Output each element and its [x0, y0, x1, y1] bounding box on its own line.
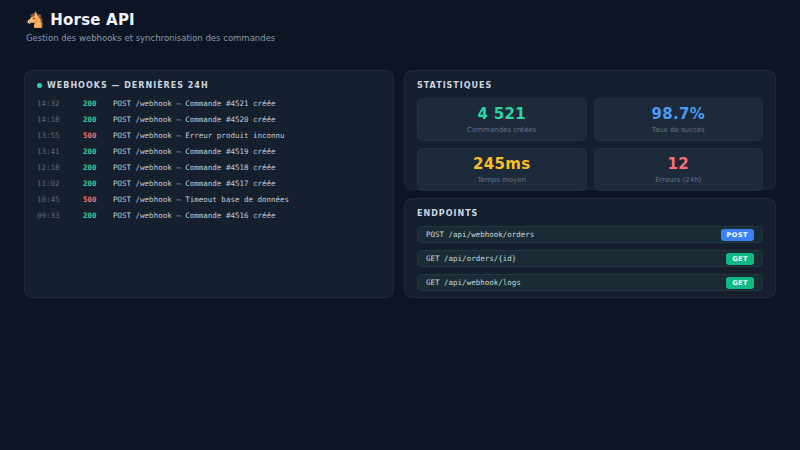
stat-label: Erreurs (24h)	[655, 176, 701, 184]
log-message: POST /webhook — Commande #4516 créée	[113, 211, 381, 220]
log-status-code: 200	[83, 211, 107, 220]
stats-grid: 4 521 Commandes créées 98.7% Taux de suc…	[417, 98, 763, 191]
app-title: 🐴 Horse API	[26, 11, 275, 29]
stat-card: 4 521 Commandes créées	[417, 98, 587, 141]
endpoint-row[interactable]: GET /api/webhook/logs GET	[417, 274, 763, 291]
app-subtitle: Gestion des webhooks et synchronisation …	[26, 33, 275, 43]
log-row: 13:55 500 POST /webhook — Erreur produit…	[37, 131, 381, 147]
endpoints-panel: ENDPOINTS POST /api/webhook/orders POST …	[404, 198, 776, 298]
stat-card: 12 Erreurs (24h)	[594, 148, 764, 191]
stat-card: 98.7% Taux de succès	[594, 98, 764, 141]
log-row: 14:18 200 POST /webhook — Commande #4520…	[37, 115, 381, 131]
stat-value: 4 521	[478, 105, 526, 123]
endpoint-path: GET /api/orders/{id}	[426, 254, 516, 263]
log-status-code: 200	[83, 163, 107, 172]
method-badge: POST	[721, 229, 754, 241]
endpoints-panel-title: ENDPOINTS	[417, 209, 763, 218]
log-time: 14:32	[37, 99, 77, 108]
webhook-log-list: 14:32 200 POST /webhook — Commande #4521…	[37, 99, 381, 227]
endpoint-path: GET /api/webhook/logs	[426, 278, 521, 287]
stat-label: Temps moyen	[477, 176, 526, 184]
statistics-panel-title: STATISTIQUES	[417, 81, 763, 90]
method-badge: GET	[726, 253, 754, 265]
method-badge: GET	[726, 277, 754, 289]
log-time: 11:02	[37, 179, 77, 188]
webhooks-panel: WEBHOOKS — DERNIÈRES 24H 14:32 200 POST …	[24, 70, 394, 298]
endpoint-path: POST /api/webhook/orders	[426, 230, 534, 239]
log-row: 11:02 200 POST /webhook — Commande #4517…	[37, 179, 381, 195]
log-time: 13:55	[37, 131, 77, 140]
log-message: POST /webhook — Commande #4517 créée	[113, 179, 381, 188]
stat-label: Taux de succès	[652, 126, 705, 134]
endpoint-row[interactable]: GET /api/orders/{id} GET	[417, 250, 763, 267]
log-status-code: 200	[83, 147, 107, 156]
log-message: POST /webhook — Erreur produit inconnu	[113, 131, 381, 140]
log-time: 10:45	[37, 195, 77, 204]
log-row: 10:45 500 POST /webhook — Timeout base d…	[37, 195, 381, 211]
log-status-code: 500	[83, 195, 107, 204]
log-status-code: 200	[83, 99, 107, 108]
status-dot-icon	[37, 83, 42, 88]
log-status-code: 500	[83, 131, 107, 140]
log-row: 13:41 200 POST /webhook — Commande #4519…	[37, 147, 381, 163]
log-status-code: 200	[83, 179, 107, 188]
log-time: 12:18	[37, 163, 77, 172]
log-row: 14:32 200 POST /webhook — Commande #4521…	[37, 99, 381, 115]
log-time: 14:18	[37, 115, 77, 124]
webhooks-panel-title: WEBHOOKS — DERNIÈRES 24H	[37, 81, 381, 90]
stat-value: 12	[668, 155, 689, 173]
stat-value: 245ms	[473, 155, 530, 173]
stat-value: 98.7%	[651, 105, 705, 123]
log-message: POST /webhook — Timeout base de données	[113, 195, 381, 204]
log-message: POST /webhook — Commande #4518 créée	[113, 163, 381, 172]
log-row: 12:18 200 POST /webhook — Commande #4518…	[37, 163, 381, 179]
log-message: POST /webhook — Commande #4520 créée	[113, 115, 381, 124]
statistics-panel: STATISTIQUES 4 521 Commandes créées 98.7…	[404, 70, 776, 190]
stat-card: 245ms Temps moyen	[417, 148, 587, 191]
log-message: POST /webhook — Commande #4519 créée	[113, 147, 381, 156]
webhooks-panel-title-label: WEBHOOKS — DERNIÈRES 24H	[47, 81, 209, 90]
stat-label: Commandes créées	[467, 126, 536, 134]
endpoint-list: POST /api/webhook/orders POST GET /api/o…	[417, 226, 763, 291]
log-message: POST /webhook — Commande #4521 créée	[113, 99, 381, 108]
endpoint-row[interactable]: POST /api/webhook/orders POST	[417, 226, 763, 243]
log-row: 09:33 200 POST /webhook — Commande #4516…	[37, 211, 381, 227]
log-time: 13:41	[37, 147, 77, 156]
log-status-code: 200	[83, 115, 107, 124]
app-header: 🐴 Horse API Gestion des webhooks et sync…	[26, 11, 275, 43]
log-time: 09:33	[37, 211, 77, 220]
